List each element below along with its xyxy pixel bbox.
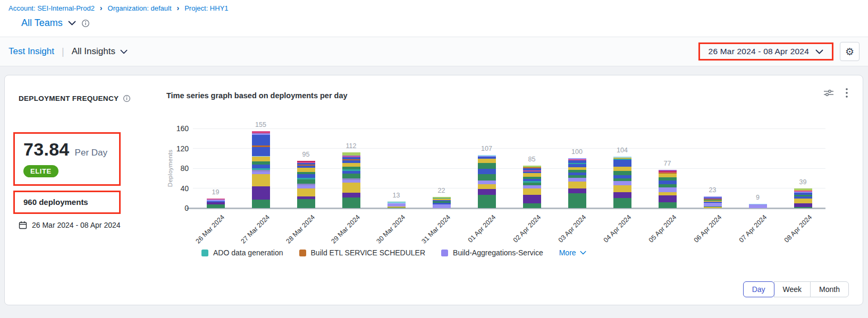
bar-stack[interactable]: [568, 158, 586, 208]
bar-segment[interactable]: [297, 199, 315, 208]
bar-segment[interactable]: [568, 178, 586, 182]
top-bar: Account: SEI-Internal-Prod2 › Organizati…: [0, 0, 868, 37]
bar-segment[interactable]: [297, 168, 315, 172]
bar-stack[interactable]: [478, 155, 496, 208]
x-tick: 27 Mar 2024: [238, 208, 283, 247]
bar-segment[interactable]: [478, 159, 496, 163]
legend-label: Build ETL SERVICE SCHEDULER: [311, 248, 426, 257]
granularity-day-button[interactable]: Day: [743, 281, 774, 297]
bar-segment[interactable]: [659, 202, 677, 208]
bar-segment[interactable]: [613, 160, 631, 167]
bar-segment[interactable]: [659, 187, 677, 192]
chevron-right-icon: ›: [177, 4, 180, 12]
granularity-month-button[interactable]: Month: [810, 281, 849, 297]
bar-segment[interactable]: [342, 183, 360, 193]
legend-swatch: [299, 250, 306, 256]
bar-segment[interactable]: [478, 163, 496, 169]
bar-segment[interactable]: [613, 198, 631, 208]
bar-stack[interactable]: [252, 131, 270, 208]
bar-segment[interactable]: [252, 200, 270, 208]
bar-segment[interactable]: [342, 174, 360, 178]
bar-segment[interactable]: [252, 147, 270, 156]
bar-segment[interactable]: [794, 199, 812, 203]
bar-segment[interactable]: [342, 193, 360, 197]
bar-segment[interactable]: [613, 185, 631, 192]
bar-segment[interactable]: [252, 135, 270, 145]
granularity-week-button[interactable]: Week: [774, 281, 811, 297]
team-selector[interactable]: All Teams: [21, 18, 63, 29]
bar-slot: 77: [645, 128, 690, 208]
bar-segment[interactable]: [659, 195, 677, 202]
bar-stack[interactable]: [749, 204, 767, 208]
bar-segment[interactable]: [478, 174, 496, 180]
breadcrumb-project[interactable]: Project: HHY1: [184, 4, 228, 12]
bar-stack[interactable]: [387, 202, 406, 208]
bar-segment[interactable]: [478, 195, 496, 208]
bar-slot: 13: [374, 128, 419, 208]
bar-segment[interactable]: [252, 186, 270, 200]
bar-stack[interactable]: [433, 197, 451, 208]
page: Account: SEI-Internal-Prod2 › Organizati…: [0, 0, 868, 318]
info-icon[interactable]: [81, 19, 90, 28]
bar-segment[interactable]: [523, 203, 541, 208]
bar-segment[interactable]: [568, 193, 586, 208]
breadcrumb-organization[interactable]: Organization: default: [108, 4, 172, 12]
legend-label: Build-Aggregations-Service: [453, 248, 543, 257]
bar-segment[interactable]: [478, 169, 496, 174]
widget-date-range: 26 Mar 2024 - 08 Apr 2024: [32, 221, 121, 229]
stats-panel: DEPLOYMENT FREQUENCY 73.84 Per Day ELITE: [5, 75, 160, 305]
y-tick-label: 160: [168, 124, 189, 133]
chevron-down-icon[interactable]: [68, 21, 76, 25]
bar-value-label: 9: [735, 194, 780, 201]
bar-segment[interactable]: [613, 171, 631, 175]
bar-segment[interactable]: [478, 184, 496, 189]
bar-segment[interactable]: [252, 174, 270, 186]
bar-segment[interactable]: [252, 157, 270, 161]
bar-segment[interactable]: [613, 167, 631, 171]
insight-scope-dropdown[interactable]: All Insights: [72, 46, 128, 57]
bar-segment[interactable]: [704, 203, 722, 207]
bar-stack[interactable]: [659, 170, 677, 208]
chart-filter-button[interactable]: [823, 89, 834, 97]
insight-scope-label: All Insights: [72, 46, 115, 57]
bar-stack[interactable]: [613, 157, 631, 209]
legend-item[interactable]: ADO data generation: [201, 248, 283, 257]
bar-segment[interactable]: [478, 181, 496, 185]
chevron-right-icon: ›: [100, 4, 103, 12]
bar-segment[interactable]: [568, 182, 586, 188]
chart-menu-button[interactable]: [846, 88, 848, 98]
bar-segment[interactable]: [342, 163, 360, 167]
insight-name-link[interactable]: Test Insight: [9, 46, 54, 57]
legend-item[interactable]: Build ETL SERVICE SCHEDULER: [299, 248, 426, 257]
x-tick-label: 06 Apr 2024: [693, 213, 723, 244]
legend-item[interactable]: Build-Aggregations-Service: [441, 248, 543, 257]
bar-value-label: 22: [419, 187, 464, 194]
chart-title: Time series graph based on deployments p…: [166, 91, 863, 100]
breadcrumb-account[interactable]: Account: SEI-Internal-Prod2: [9, 4, 95, 12]
settings-button[interactable]: ⚙: [840, 42, 859, 61]
bar-segment[interactable]: [523, 195, 541, 203]
bar-segment[interactable]: [478, 189, 496, 194]
bar-segment[interactable]: [523, 188, 541, 194]
bar-stack[interactable]: [342, 152, 360, 208]
calendar-icon: [19, 221, 27, 229]
bar-segment[interactable]: [794, 203, 812, 208]
bar-value-label: 155: [238, 121, 283, 128]
x-tick: 28 Mar 2024: [283, 208, 328, 247]
bar-segment[interactable]: [297, 179, 315, 184]
bar-stack[interactable]: [523, 166, 541, 208]
x-tick: 07 Apr 2024: [735, 208, 780, 247]
bar-stack[interactable]: [207, 199, 225, 208]
legend-more-link[interactable]: More: [559, 248, 586, 257]
bar-segment[interactable]: [613, 192, 631, 198]
bar-segment[interactable]: [342, 197, 360, 208]
info-icon[interactable]: [123, 94, 131, 102]
date-range-picker[interactable]: 26 Mar 2024 - 08 Apr 2024: [698, 42, 833, 61]
bar-stack[interactable]: [704, 196, 722, 208]
bar-segment[interactable]: [433, 204, 451, 209]
bar-stack[interactable]: [297, 161, 315, 208]
bar-segment[interactable]: [568, 188, 586, 193]
bar-segment[interactable]: [297, 188, 315, 196]
bar-segment[interactable]: [613, 181, 631, 185]
bar-stack[interactable]: [794, 188, 812, 208]
